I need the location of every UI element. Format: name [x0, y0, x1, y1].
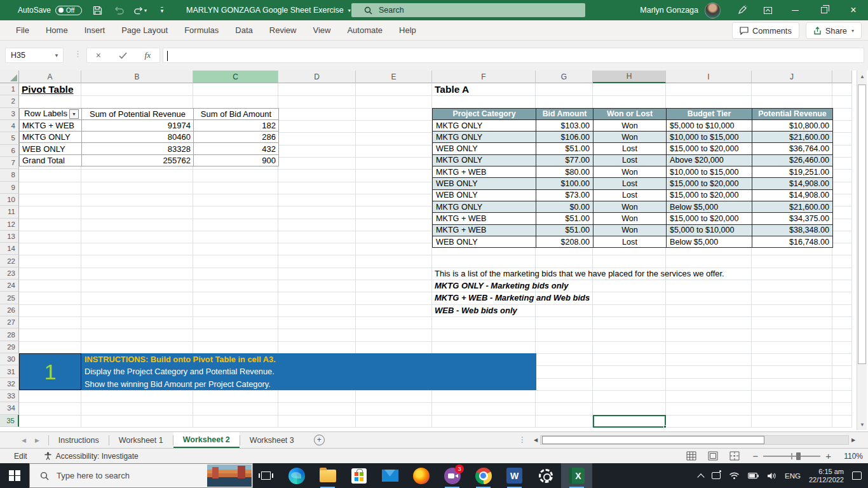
row-header-13[interactable]: 13 — [0, 231, 19, 243]
row-header-9[interactable]: 9 — [0, 182, 19, 194]
taskbar-word-icon[interactable]: W — [499, 463, 530, 488]
table-a-cell[interactable]: Won — [593, 224, 667, 236]
row-header-4[interactable]: 4 — [0, 120, 19, 132]
row-header-22[interactable]: 22 — [0, 255, 19, 267]
table-a-cell[interactable]: $100.00 — [536, 178, 593, 189]
table-a-cell[interactable]: $26,460.00 — [752, 154, 833, 166]
taskbar-microsoft-store-icon[interactable] — [343, 463, 374, 488]
cell-mode-indicator[interactable]: Edit — [0, 452, 27, 461]
table-a-header-cell[interactable]: Project Category — [433, 108, 536, 119]
pivot-cell[interactable]: 255762 — [82, 154, 194, 166]
column-header-f[interactable]: F — [432, 71, 536, 83]
vertical-scrollbar[interactable]: ▲ ▼ — [857, 71, 867, 430]
confirm-entry-icon[interactable] — [119, 52, 127, 59]
table-a-cell[interactable]: Won — [593, 201, 667, 212]
wifi-icon[interactable] — [729, 471, 740, 480]
table-a-cell[interactable]: $21,600.00 — [752, 132, 833, 143]
row-header-35[interactable]: 35 — [0, 415, 19, 427]
ribbon-tab-file[interactable]: File — [8, 20, 37, 41]
table-a-cell[interactable]: Lost — [593, 236, 667, 247]
formula-input[interactable] — [163, 48, 864, 63]
namebox-dropdown-icon[interactable]: ▼ — [54, 53, 59, 58]
table-a-cell[interactable]: $15,000 to $20,000 — [667, 189, 752, 201]
table-a-cell[interactable]: Won — [593, 213, 667, 224]
language-indicator[interactable]: ENG — [785, 472, 801, 480]
table-a-cell[interactable]: $14,908.00 — [752, 178, 833, 189]
row-header-11[interactable]: 11 — [0, 206, 19, 218]
pivot-header-cell[interactable]: Sum of Bid Amount — [194, 108, 279, 119]
taskbar-excel-icon[interactable]: X — [561, 463, 592, 488]
sheet-tab-instructions[interactable]: Instructions — [49, 432, 109, 448]
volume-icon[interactable] — [767, 472, 776, 480]
search-bar[interactable]: Search — [351, 3, 585, 17]
row-header-23[interactable]: 23 — [0, 268, 19, 280]
row-header-28[interactable]: 28 — [0, 329, 19, 341]
taskbar-firefox-icon[interactable] — [405, 463, 437, 488]
row-header-12[interactable]: 12 — [0, 219, 19, 231]
pivot-cell[interactable]: 432 — [194, 143, 279, 154]
table-a-cell[interactable]: Won — [593, 119, 667, 131]
fill-handle[interactable] — [663, 425, 667, 428]
table-a-cell[interactable]: MKTG ONLY — [433, 201, 536, 212]
horizontal-scrollbar[interactable]: ◀ ▶ — [531, 435, 858, 445]
zoom-level[interactable]: 110% — [840, 452, 863, 461]
pivot-cell[interactable]: 900 — [194, 154, 279, 166]
pivot-header-cell[interactable]: Sum of Potential Revenue — [82, 108, 194, 119]
table-a-header-cell[interactable]: Potential Revenue — [752, 108, 833, 119]
pivot-cell[interactable]: WEB ONLY — [20, 143, 82, 154]
ribbon-tab-help[interactable]: Help — [391, 20, 424, 41]
task-view-button[interactable] — [253, 463, 278, 488]
row-header-8[interactable]: 8 — [0, 169, 19, 181]
close-button[interactable]: × — [839, 0, 868, 20]
zoom-in-icon[interactable]: + — [825, 451, 831, 461]
ribbon-tab-home[interactable]: Home — [37, 20, 76, 41]
table-a-cell[interactable]: $15,000 to $20,000 — [667, 143, 752, 154]
ribbon-tab-page-layout[interactable]: Page Layout — [113, 20, 176, 41]
save-icon[interactable] — [91, 4, 104, 17]
row-header-31[interactable]: 31 — [0, 365, 19, 377]
select-all-corner[interactable] — [0, 71, 19, 83]
sheet-tab-worksheet-3[interactable]: Worksheet 3 — [240, 432, 304, 448]
table-a-cell[interactable]: $73.00 — [536, 189, 593, 201]
taskbar-search-box[interactable]: Type here to search — [29, 463, 253, 488]
table-a-cell[interactable]: WEB ONLY — [433, 189, 536, 201]
table-a-cell[interactable]: MKTG ONLY — [433, 132, 536, 143]
row-header-26[interactable]: 26 — [0, 304, 19, 316]
row-header-7[interactable]: 7 — [0, 157, 19, 169]
row-header-3[interactable]: 3 — [0, 108, 19, 120]
pivot-header-cell[interactable]: Row Labels▼ — [20, 108, 82, 119]
accessibility-status[interactable]: Accessibility: Investigate — [44, 452, 139, 461]
table-a-cell[interactable]: Lost — [593, 178, 667, 189]
table-a-cell[interactable]: $51.00 — [536, 213, 593, 224]
table-a-header-cell[interactable]: Budget Tier — [667, 108, 752, 119]
pivot-cell[interactable]: 91974 — [82, 119, 194, 131]
minimize-button[interactable] — [780, 0, 810, 20]
table-a-cell[interactable]: $34,375.00 — [752, 213, 833, 224]
table-a-cell[interactable]: MKTG + WEB — [433, 213, 536, 224]
row-header-1[interactable]: 1 — [0, 83, 19, 95]
column-header-j[interactable]: J — [752, 71, 832, 83]
table-a-cell[interactable]: Below $5,000 — [667, 201, 752, 212]
column-header-sliver[interactable] — [832, 71, 852, 83]
taskbar-viber-icon[interactable]: 3 — [437, 463, 468, 488]
insert-function-icon[interactable]: fx — [144, 50, 151, 60]
row-header-29[interactable]: 29 — [0, 341, 19, 353]
tray-expand-icon[interactable] — [697, 473, 704, 480]
start-button[interactable] — [0, 463, 29, 488]
battery-icon[interactable] — [748, 473, 759, 479]
page-break-view-icon[interactable] — [729, 451, 740, 461]
normal-view-icon[interactable] — [686, 451, 696, 461]
page-layout-view-icon[interactable] — [708, 451, 718, 461]
share-button[interactable]: Share ▾ — [806, 22, 862, 39]
scroll-up-icon[interactable]: ▲ — [857, 71, 867, 82]
table-a-cell[interactable]: $0.00 — [536, 201, 593, 212]
row-header-10[interactable]: 10 — [0, 194, 19, 206]
row-header-24[interactable]: 24 — [0, 280, 19, 292]
column-header-h[interactable]: H — [593, 71, 666, 83]
clock[interactable]: 6:15 am 22/12/2022 — [809, 468, 844, 484]
table-a-cell[interactable]: $5,000 to $10,000 — [667, 224, 752, 236]
restore-button[interactable] — [810, 0, 839, 20]
table-a-cell[interactable]: WEB ONLY — [433, 143, 536, 154]
ribbon-tab-data[interactable]: Data — [227, 20, 261, 41]
table-a[interactable]: Project CategoryBid AmountWon or LostBud… — [432, 108, 833, 248]
